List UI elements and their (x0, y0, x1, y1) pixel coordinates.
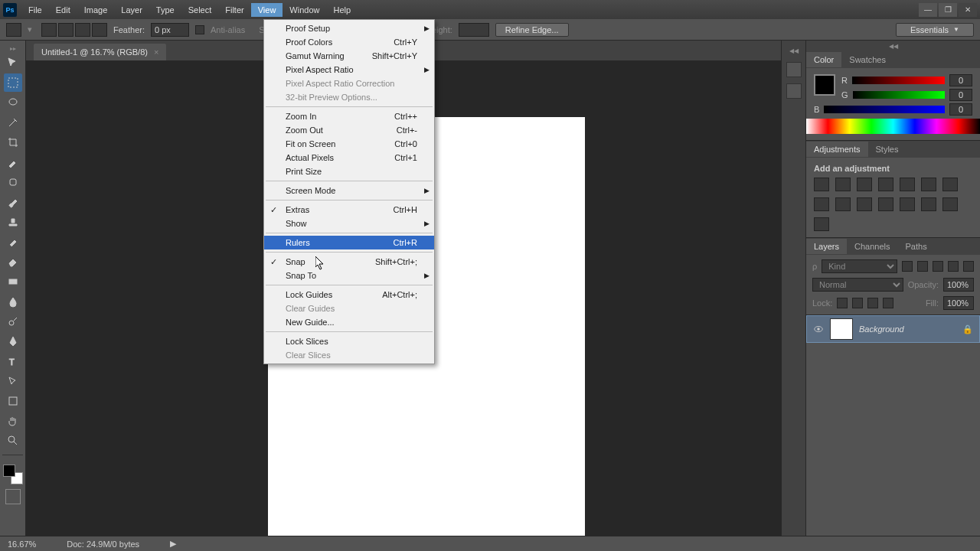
tab-color[interactable]: Color (806, 52, 841, 67)
document-tab[interactable]: Untitled-1 @ 16.7% (RGB/8) × (34, 44, 166, 60)
menu-item-actual-pixels[interactable]: Actual PixelsCtrl+1 (264, 151, 434, 165)
filter-type-icon[interactable] (933, 261, 943, 272)
menu-item-show[interactable]: Show▶ (264, 217, 434, 230)
menu-type[interactable]: Type (149, 3, 181, 17)
tab-layers[interactable]: Layers (806, 239, 847, 254)
move-tool[interactable] (4, 54, 22, 72)
fill-input[interactable] (943, 296, 974, 310)
blend-mode-select[interactable]: Normal (812, 278, 903, 292)
selection-add-icon[interactable] (58, 23, 74, 37)
g-input[interactable] (949, 89, 972, 101)
menu-item-proof-colors[interactable]: Proof ColorsCtrl+Y (264, 35, 434, 49)
menu-select[interactable]: Select (181, 3, 219, 17)
adj-poster-icon[interactable] (900, 197, 915, 211)
adj-vibrance-icon[interactable] (900, 178, 915, 191)
lock-pixel-icon[interactable] (852, 298, 863, 308)
antialias-checkbox[interactable] (195, 25, 204, 34)
history-brush-tool[interactable] (4, 233, 22, 251)
wand-tool[interactable] (4, 113, 22, 132)
tab-paths[interactable]: Paths (898, 239, 935, 254)
adj-brightness-icon[interactable] (814, 178, 829, 191)
b-slider[interactable] (824, 106, 945, 113)
menu-item-gamut-warning[interactable]: Gamut WarningShift+Ctrl+Y (264, 49, 434, 63)
marquee-tool[interactable] (4, 73, 22, 92)
adj-selcolor-icon[interactable] (814, 217, 829, 231)
properties-panel-icon[interactable] (786, 83, 802, 99)
menu-edit[interactable]: Edit (49, 3, 77, 17)
menu-item-zoom-in[interactable]: Zoom InCtrl++ (264, 109, 434, 123)
menu-item-proof-setup[interactable]: Proof Setup▶ (264, 21, 434, 35)
lock-all-icon[interactable] (883, 298, 893, 308)
menu-item-fit-on-screen[interactable]: Fit on ScreenCtrl+0 (264, 137, 434, 151)
eraser-tool[interactable] (4, 253, 22, 271)
feather-input[interactable] (151, 23, 189, 37)
eyedropper-tool[interactable] (4, 153, 22, 171)
adj-lut-icon[interactable] (857, 197, 872, 211)
selection-new-icon[interactable] (41, 23, 57, 37)
adj-gradmap-icon[interactable] (942, 197, 958, 211)
lock-pos-icon[interactable] (867, 298, 878, 308)
adj-exposure-icon[interactable] (878, 178, 893, 191)
refine-edge-button[interactable]: Refine Edge... (495, 23, 569, 37)
filter-adj-icon[interactable] (917, 261, 928, 272)
adj-hue-icon[interactable] (921, 178, 936, 191)
history-panel-icon[interactable] (786, 62, 802, 77)
spectrum-bar[interactable] (806, 119, 980, 134)
tab-adjustments[interactable]: Adjustments (806, 142, 868, 157)
heal-tool[interactable] (4, 173, 22, 191)
filter-smart-icon[interactable] (963, 261, 974, 272)
r-input[interactable] (949, 74, 972, 86)
menu-item-extras[interactable]: ✓ExtrasCtrl+H (264, 203, 434, 217)
maximize-button[interactable]: ❐ (939, 3, 957, 17)
status-arrow-icon[interactable]: ▶ (170, 539, 176, 549)
adj-invert-icon[interactable] (878, 197, 893, 211)
zoom-level[interactable]: 16.67% (8, 540, 36, 549)
menu-item-lock-slices[interactable]: Lock Slices (264, 334, 434, 348)
menu-item-rulers[interactable]: RulersCtrl+R (264, 236, 434, 249)
hand-tool[interactable] (4, 412, 22, 430)
zoom-tool[interactable] (4, 432, 22, 450)
adj-levels-icon[interactable] (835, 178, 851, 191)
menu-item-screen-mode[interactable]: Screen Mode▶ (264, 184, 434, 197)
quick-mask-icon[interactable] (5, 489, 21, 504)
r-slider[interactable] (852, 77, 945, 84)
type-tool[interactable]: T (4, 352, 22, 370)
gradient-tool[interactable] (4, 272, 22, 291)
g-slider[interactable] (853, 91, 945, 99)
selection-intersect-icon[interactable] (92, 23, 107, 37)
menu-item-snap-to[interactable]: Snap To▶ (264, 269, 434, 282)
adj-bw-icon[interactable] (942, 178, 958, 191)
dodge-tool[interactable] (4, 312, 22, 331)
menu-item-new-guide-[interactable]: New Guide... (264, 315, 434, 329)
fg-bg-swatch[interactable] (3, 465, 23, 484)
filter-shape-icon[interactable] (948, 261, 959, 272)
menu-image[interactable]: Image (77, 3, 115, 17)
path-select-tool[interactable] (4, 372, 22, 390)
tab-styles[interactable]: Styles (868, 142, 906, 157)
adj-thresh-icon[interactable] (921, 197, 936, 211)
layer-row[interactable]: Background 🔒 (806, 315, 980, 343)
b-input[interactable] (949, 103, 972, 116)
tab-channels[interactable]: Channels (847, 239, 897, 254)
menu-item-print-size[interactable]: Print Size (264, 165, 434, 178)
lasso-tool[interactable] (4, 93, 22, 112)
adj-photo-icon[interactable] (814, 197, 829, 211)
menu-view[interactable]: View (251, 3, 283, 17)
lock-trans-icon[interactable] (837, 298, 848, 308)
tab-swatches[interactable]: Swatches (841, 52, 893, 67)
adj-mixer-icon[interactable] (835, 197, 851, 211)
crop-tool[interactable] (4, 133, 22, 152)
menu-item-pixel-aspect-ratio[interactable]: Pixel Aspect Ratio▶ (264, 63, 434, 77)
minimize-button[interactable]: — (919, 3, 937, 17)
menu-window[interactable]: Window (283, 3, 326, 17)
workspace-switcher[interactable]: Essentials▼ (896, 23, 974, 37)
menu-file[interactable]: File (21, 3, 49, 17)
menu-filter[interactable]: Filter (218, 3, 250, 17)
opacity-input[interactable] (943, 278, 974, 292)
filter-pixel-icon[interactable] (902, 261, 913, 272)
color-swatch[interactable] (814, 74, 835, 96)
menu-item-snap[interactable]: ✓SnapShift+Ctrl+; (264, 255, 434, 269)
selection-subtract-icon[interactable] (75, 23, 90, 37)
layer-kind-select[interactable]: Kind (822, 259, 897, 273)
close-button[interactable]: ✕ (959, 3, 977, 17)
